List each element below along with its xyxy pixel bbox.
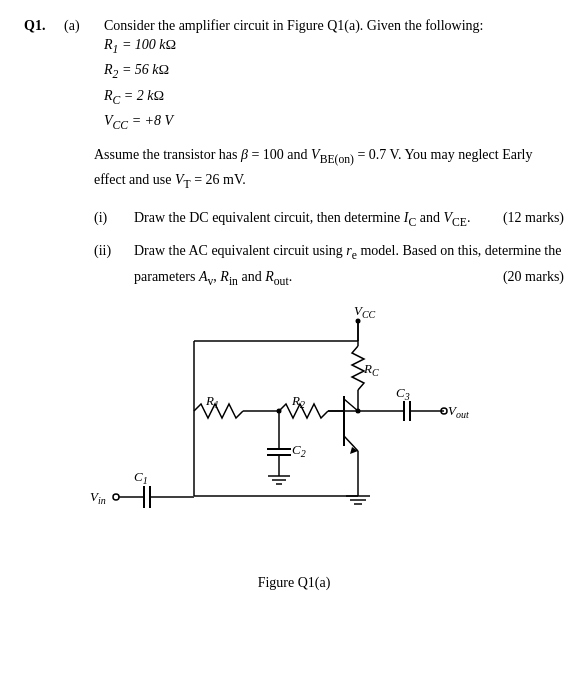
question-header: Q1. (a) Consider the amplifier circuit i… (24, 18, 564, 136)
subpart-ii: (ii) Draw the AC equivalent circuit usin… (94, 240, 564, 291)
assume-text: Assume the transistor has β = 100 and VB… (94, 144, 564, 195)
transistor-emitter (344, 436, 358, 451)
question-intro: Consider the amplifier circuit in Figure… (104, 18, 564, 136)
rc-label: RC (363, 361, 379, 378)
subpart-ii-text: Draw the AC equivalent circuit using re … (134, 240, 564, 291)
question-number: Q1. (24, 18, 54, 136)
vin-terminal (113, 494, 119, 500)
c3-label: C3 (396, 385, 410, 402)
subpart-i: (i) Draw the DC equivalent circuit, then… (94, 207, 564, 232)
vin-label: Vin (90, 489, 106, 506)
rc-resistor (352, 346, 364, 390)
question-part: (a) (64, 18, 94, 136)
subpart-i-text: Draw the DC equivalent circuit, then det… (134, 207, 564, 232)
transistor-collector (344, 399, 358, 411)
vcc-label: VCC (354, 303, 376, 320)
figure-caption: Figure Q1(a) (24, 575, 564, 591)
given-list: R1 = 100 kΩ R2 = 56 kΩ RC = 2 kΩ VCC = +… (104, 34, 564, 136)
circuit-svg: VCC RC Vout (34, 301, 554, 571)
circuit-diagram: VCC RC Vout (34, 301, 554, 571)
c1-label: C1 (134, 469, 148, 486)
subpart-ii-num: (ii) (94, 240, 124, 291)
sub-parts: (i) Draw the DC equivalent circuit, then… (94, 207, 564, 291)
vout-label: Vout (448, 403, 469, 420)
vcc-node (356, 319, 361, 324)
subpart-i-num: (i) (94, 207, 124, 232)
c2-label: C2 (292, 442, 306, 459)
transistor-arrow (350, 447, 358, 454)
page: Q1. (a) Consider the amplifier circuit i… (0, 0, 588, 609)
